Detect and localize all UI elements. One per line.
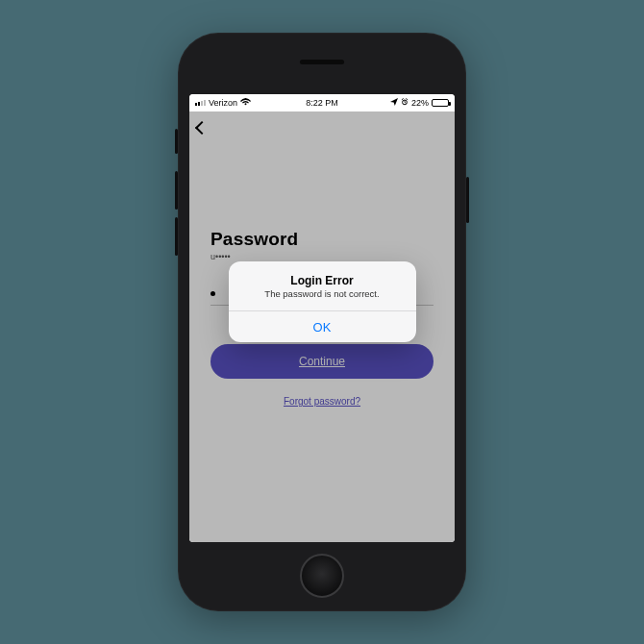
carrier-label: Verizon (209, 98, 237, 108)
volume-down-button (175, 217, 178, 256)
mute-switch (175, 129, 178, 154)
alert-message: The password is not correct. (240, 288, 405, 299)
location-icon (390, 98, 398, 108)
alert-title: Login Error (240, 274, 405, 287)
phone-frame: Verizon 8:22 PM 22% (178, 33, 466, 611)
signal-icon (195, 100, 206, 106)
status-bar: Verizon 8:22 PM 22% (189, 94, 455, 111)
app-content: Password u••••• Continue Forgot password… (189, 111, 455, 542)
alert-ok-label: OK (313, 320, 332, 334)
alarm-icon (401, 98, 409, 108)
home-button[interactable] (300, 554, 344, 598)
volume-up-button (175, 171, 178, 210)
status-left: Verizon (195, 98, 251, 108)
battery-percent-label: 22% (411, 98, 429, 108)
screen: Verizon 8:22 PM 22% (189, 94, 455, 542)
alert-body: Login Error The password is not correct. (229, 261, 416, 310)
power-button (466, 177, 469, 223)
alert-dialog: Login Error The password is not correct.… (229, 261, 416, 342)
battery-icon (432, 99, 449, 107)
alert-ok-button[interactable]: OK (229, 311, 416, 342)
modal-overlay: Login Error The password is not correct.… (189, 111, 455, 542)
status-right: 22% (390, 98, 449, 108)
wifi-icon (240, 98, 251, 108)
